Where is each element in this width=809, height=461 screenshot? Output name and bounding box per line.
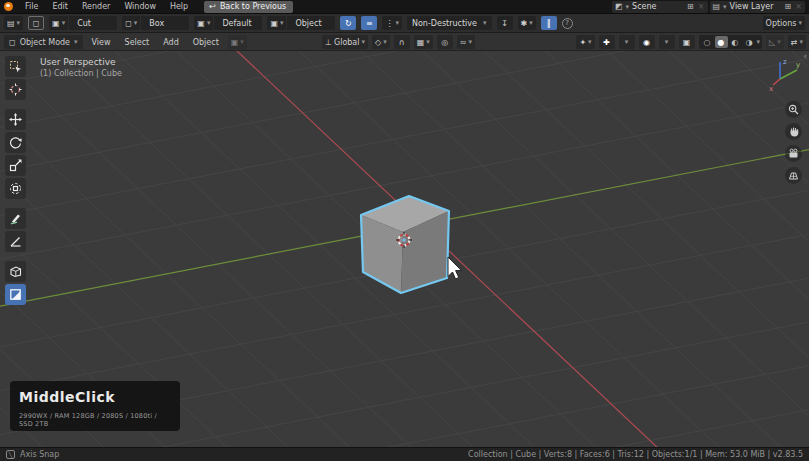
menu-view[interactable]: View — [87, 38, 116, 47]
cut-mode-icon-dropdown[interactable]: ▣ ▾ — [49, 16, 68, 30]
visibility-dropdown[interactable]: ✦ ▾ — [576, 35, 594, 49]
box-select-tool-icon: ◻ — [33, 19, 40, 28]
operation-icon-dropdown[interactable]: ▣ ▾ — [194, 16, 213, 30]
overlays-settings-dropdown[interactable]: ▾ — [659, 35, 675, 49]
editor-type-dropdown[interactable]: ▤ ▾ — [4, 16, 23, 30]
snap-settings-dropdown[interactable]: ▦ ▾ — [414, 35, 433, 49]
grid-snap-icon: ▦ — [417, 38, 425, 47]
toolbar-gap — [5, 102, 27, 107]
settings-dropdown[interactable]: ✱ ▾ — [518, 16, 536, 30]
orientation-icon: ⊥ — [325, 38, 332, 47]
live-toggle[interactable]: ↻ — [340, 16, 356, 30]
mouse-hint-icon: ╲ — [6, 450, 15, 459]
tool-scale[interactable] — [5, 155, 26, 176]
menu-render[interactable]: Render — [76, 2, 116, 11]
hardware-specs-label: 2990WX / RAM 128GB / 2080S / 1080ti / SS… — [19, 412, 171, 428]
shape-icon-dropdown[interactable]: ◻ ▾ — [122, 16, 140, 30]
toggle-perspective-button[interactable] — [785, 167, 802, 184]
menu-object[interactable]: Object — [188, 38, 224, 47]
shading-material-button[interactable]: ◐ — [729, 36, 742, 48]
menu-edit[interactable]: Edit — [46, 2, 74, 11]
camera-view-button[interactable] — [785, 145, 802, 162]
snap-options-dropdown[interactable]: ⋮ ▾ — [382, 16, 402, 30]
menu-file[interactable]: File — [19, 2, 44, 11]
tool-annotate[interactable] — [5, 208, 26, 229]
snap-toggle[interactable]: ∩ — [394, 35, 410, 49]
falloff-icon: ≈ — [460, 38, 467, 47]
select-box-icon — [9, 60, 22, 73]
view-layer-name[interactable]: View Layer — [730, 2, 782, 11]
show-overlays-toggle[interactable]: ◉ — [639, 35, 655, 49]
pivot-point-dropdown[interactable]: ◇ ▾ — [372, 35, 390, 49]
toolbar — [5, 56, 27, 305]
new-scene-icon[interactable]: ⊞ — [687, 2, 694, 11]
tool-menu-dropdown[interactable]: ▣ ▾ — [228, 35, 247, 49]
show-gizmo-toggle[interactable]: ✚ — [599, 35, 615, 49]
new-view-layer-icon[interactable]: ⊞ — [785, 2, 792, 11]
behavior-icon-dropdown[interactable]: ▣ ▾ — [267, 16, 286, 30]
xray-toggle[interactable]: ▣ — [679, 35, 695, 49]
mode-selector[interactable]: ◻ Object Mode ▾ — [4, 35, 83, 49]
tool-measure[interactable] — [5, 231, 26, 252]
shape-group: ◻ ▾ Box — [122, 16, 189, 30]
shading-rendered-button[interactable]: ◑ — [743, 36, 756, 48]
tool-move[interactable] — [5, 109, 26, 130]
transform-orientation-dropdown[interactable]: ⊥ Global ▾ — [322, 35, 368, 49]
dropdown-arrow-icon: ▾ — [362, 38, 366, 46]
scene-selector[interactable]: ◩ ▾ Scene ⊞ × — [612, 1, 707, 13]
back-to-previous-button[interactable]: ↩ Back to Previous — [204, 1, 293, 13]
solid-icon: ● — [718, 38, 725, 47]
axis-navigation-gizmo[interactable]: z y x — [769, 54, 803, 92]
behavior-button[interactable]: Object — [287, 16, 335, 30]
zoom-button[interactable] — [785, 101, 802, 118]
apply-button[interactable]: ↧ — [497, 16, 513, 30]
orientation-label: Global — [334, 38, 360, 47]
view-layer-selector[interactable]: ▤ ▾ View Layer ⊞ × — [710, 1, 805, 13]
help-button[interactable]: ? — [562, 18, 573, 29]
shape-button[interactable]: Box — [141, 16, 189, 30]
pivot-icon: ◇ — [375, 38, 381, 47]
options-dropdown[interactable]: Options ▾ — [763, 16, 805, 30]
tool-rotate[interactable] — [5, 132, 26, 153]
shading-alt-dropdown[interactable]: ◺ ▾ — [766, 35, 784, 49]
operation-button[interactable]: Default — [214, 16, 262, 30]
rotate-icon — [9, 136, 22, 149]
gizmo-y-label: y — [796, 61, 800, 69]
falloff-dropdown[interactable]: ≈ ▾ — [457, 35, 475, 49]
dropdown-arrow-icon: ▾ — [74, 38, 78, 46]
proportional-edit-toggle[interactable]: ◎ — [437, 35, 453, 49]
extra-options-dropdown[interactable]: ⇄ ▾ — [788, 35, 806, 49]
tool-cursor[interactable] — [5, 79, 26, 100]
magnifier-icon — [788, 104, 799, 115]
destructive-mode-dropdown[interactable]: Non-Destructive ▾ — [407, 16, 492, 30]
menu-add[interactable]: Add — [158, 38, 184, 47]
back-to-previous-label: Back to Previous — [220, 2, 286, 11]
viewport-3d[interactable]: User Perspective (1) Collection | Cube — [0, 51, 809, 447]
shading-solid-button[interactable]: ● — [715, 36, 728, 48]
view-layer-browse-dropdown-icon[interactable]: ▾ — [723, 3, 727, 11]
shading-settings-dropdown[interactable]: ▾ — [757, 38, 761, 46]
remove-view-layer-icon[interactable]: × — [795, 2, 802, 11]
adjust-toggle[interactable]: ≡ — [361, 16, 377, 30]
wireframe-icon: ○ — [704, 38, 711, 47]
menu-help[interactable]: Help — [164, 2, 194, 11]
tool-transform[interactable] — [5, 178, 26, 199]
unlink-scene-icon[interactable]: × — [698, 2, 705, 11]
pause-toggle[interactable]: ‖ — [541, 16, 557, 30]
pan-button[interactable] — [785, 123, 802, 140]
tool-add-primitive[interactable] — [5, 261, 26, 282]
cut-mode-button[interactable]: Cut — [69, 16, 117, 30]
blender-logo-icon[interactable] — [4, 2, 13, 11]
menu-window[interactable]: Window — [118, 2, 162, 11]
tool-boxcutter[interactable] — [5, 284, 26, 305]
tool-select-box[interactable] — [5, 56, 26, 77]
menu-select[interactable]: Select — [120, 38, 155, 47]
scene-browse-dropdown-icon[interactable]: ▾ — [626, 3, 630, 11]
keymap-hint-label: Axis Snap — [20, 450, 59, 459]
scene-name[interactable]: Scene — [632, 2, 684, 11]
active-tool-button[interactable]: ◻ — [28, 16, 44, 30]
gizmo-settings-dropdown[interactable]: ▾ — [619, 35, 635, 49]
shading-wireframe-button[interactable]: ○ — [701, 36, 714, 48]
dropdown-arrow-icon: ▾ — [777, 38, 781, 46]
scale-icon — [9, 159, 22, 172]
